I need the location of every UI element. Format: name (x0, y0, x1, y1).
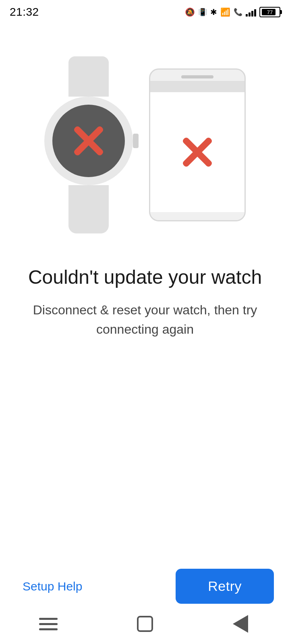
phone-speaker (181, 75, 213, 78)
error-illustration (0, 56, 290, 233)
error-text-section: Couldn't update your watch Disconnect & … (0, 266, 290, 339)
notification-off-icon: 🔕 (185, 7, 195, 17)
signal-bars-icon (246, 8, 256, 17)
wifi-icon: 📶 (220, 7, 230, 17)
watch-band-top (68, 56, 109, 97)
watch-crown (133, 134, 139, 148)
status-bar: 21:32 🔕 📳 ✱ 📶 📞 77 (0, 0, 290, 24)
bluetooth-icon: ✱ (210, 7, 217, 17)
error-subtitle: Disconnect & reset your watch, then try … (24, 300, 266, 339)
battery-icon: 77 (259, 7, 280, 17)
square-icon (137, 616, 153, 632)
phone-error-icon (178, 133, 217, 171)
hamburger-icon (39, 618, 58, 630)
watch-illustration (44, 56, 133, 233)
phone-illustration (149, 68, 246, 221)
error-title: Couldn't update your watch (24, 266, 266, 289)
status-time: 21:32 (10, 6, 39, 19)
call-icon: 📞 (234, 8, 242, 17)
status-icons: 🔕 📳 ✱ 📶 📞 77 (185, 7, 280, 17)
back-arrow-icon (233, 615, 248, 633)
nav-back-button[interactable] (230, 612, 254, 636)
watch-error-icon (69, 122, 108, 160)
nav-menu-button[interactable] (36, 612, 60, 636)
watch-body (44, 97, 133, 185)
nav-home-button[interactable] (133, 612, 157, 636)
retry-button[interactable]: Retry (176, 569, 274, 604)
navigation-bar (0, 608, 290, 644)
phone-screen (150, 92, 244, 212)
watch-band-bottom (68, 185, 109, 233)
phone-bottom-bar (150, 212, 244, 220)
main-content: Couldn't update your watch Disconnect & … (0, 24, 290, 339)
bottom-action-bar: Setup Help Retry (0, 569, 290, 604)
setup-help-button[interactable]: Setup Help (16, 572, 89, 601)
phone-body (149, 68, 246, 221)
watch-face (52, 105, 125, 177)
vibrate-icon: 📳 (198, 8, 207, 17)
phone-header-bar (150, 81, 244, 92)
